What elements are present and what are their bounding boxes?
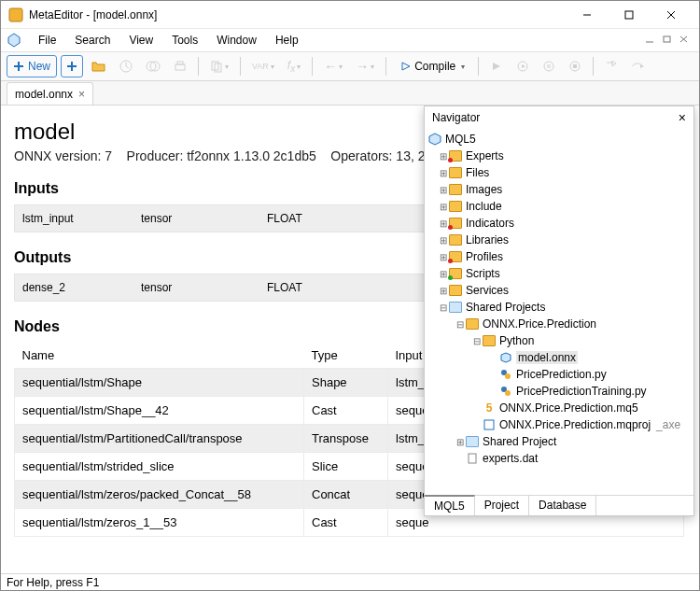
separator bbox=[478, 57, 479, 76]
svg-marker-24 bbox=[522, 64, 525, 68]
print-button[interactable] bbox=[169, 55, 191, 77]
col-type: Type bbox=[304, 343, 388, 369]
svg-rect-2 bbox=[625, 11, 633, 19]
back-button[interactable]: ←▾ bbox=[319, 55, 347, 77]
tab-model-onnx[interactable]: model.onnx × bbox=[7, 82, 93, 105]
collapse-icon[interactable]: ⊟ bbox=[471, 336, 483, 346]
svg-point-43 bbox=[505, 373, 511, 379]
debug-run-button[interactable] bbox=[511, 55, 534, 77]
navigator-title: Navigator bbox=[432, 111, 480, 124]
folder-icon bbox=[449, 251, 462, 262]
tree-item[interactable]: Services bbox=[466, 284, 509, 297]
maximize-button[interactable] bbox=[608, 2, 650, 28]
folder-icon bbox=[449, 268, 462, 279]
tree-file[interactable]: PricePrediction.py bbox=[516, 368, 607, 381]
mq5-file-icon: 5 bbox=[483, 401, 496, 415]
menu-tools[interactable]: Tools bbox=[162, 32, 207, 49]
folder-icon bbox=[466, 318, 479, 330]
tree-file[interactable]: PricePredictionTraining.py bbox=[516, 385, 647, 398]
compile-label: Compile bbox=[414, 60, 455, 73]
navigator-close-icon[interactable]: × bbox=[679, 110, 686, 125]
navigator-tree[interactable]: MQL5 ⊞Experts ⊞Files ⊞Images ⊞Include ⊞I… bbox=[425, 129, 693, 495]
tab-close-icon[interactable]: × bbox=[78, 88, 85, 101]
tree-item[interactable]: Profiles bbox=[466, 250, 503, 263]
separator bbox=[240, 57, 241, 76]
tree-item[interactable]: Experts bbox=[466, 149, 504, 162]
folder-icon bbox=[449, 184, 462, 195]
debug-start-button[interactable] bbox=[485, 55, 508, 77]
expand-icon[interactable]: ⊞ bbox=[438, 235, 449, 246]
open-button[interactable] bbox=[87, 55, 111, 77]
expand-icon[interactable]: ⊞ bbox=[438, 185, 449, 195]
folder-icon bbox=[449, 150, 462, 162]
app-menu-icon[interactable] bbox=[5, 33, 23, 48]
navigator-tabs: MQL5 Project Database bbox=[425, 495, 693, 515]
vars-button[interactable]: VAR▾ bbox=[247, 55, 279, 77]
menu-file[interactable]: File bbox=[29, 32, 65, 49]
tree-file[interactable]: model.onnx bbox=[516, 351, 578, 364]
svg-marker-22 bbox=[493, 63, 500, 70]
mdi-close-icon[interactable] bbox=[679, 34, 690, 47]
onnx-version: ONNX version: 7 bbox=[14, 148, 112, 163]
collapse-icon[interactable]: ⊟ bbox=[455, 319, 466, 330]
tree-item[interactable]: Shared Projects bbox=[466, 301, 545, 314]
tree-item[interactable]: Shared Project bbox=[483, 435, 556, 448]
tree-item[interactable]: Indicators bbox=[466, 217, 514, 230]
app-icon bbox=[8, 7, 23, 22]
menu-window[interactable]: Window bbox=[207, 32, 266, 49]
collapse-icon[interactable]: ⊟ bbox=[438, 303, 449, 313]
editor-area: model ONNX version: 7 Producer: tf2onnx … bbox=[1, 106, 699, 573]
expand-icon[interactable]: ⊞ bbox=[438, 168, 449, 178]
tree-item[interactable]: Include bbox=[466, 200, 502, 213]
tree-item[interactable]: Python bbox=[499, 334, 534, 347]
tree-file[interactable]: ONNX.Price.Prediction.mqproj bbox=[499, 418, 651, 431]
tree-file[interactable]: ONNX.Price.Prediction.mq5 bbox=[499, 401, 638, 415]
compile-button[interactable]: Compile ▾ bbox=[393, 55, 471, 77]
save-button[interactable] bbox=[115, 55, 137, 77]
mdi-restore-icon[interactable] bbox=[662, 34, 673, 47]
mql5-icon bbox=[428, 133, 441, 146]
menu-help[interactable]: Help bbox=[266, 32, 308, 49]
col-name: Name bbox=[15, 343, 304, 369]
forward-button[interactable]: →▾ bbox=[351, 55, 379, 77]
svg-rect-18 bbox=[177, 62, 183, 64]
menu-view[interactable]: View bbox=[119, 32, 162, 49]
tree-item[interactable]: ONNX.Price.Prediction bbox=[483, 317, 596, 331]
new-file-button[interactable] bbox=[61, 55, 83, 77]
nav-tab-database[interactable]: Database bbox=[529, 496, 596, 515]
tree-item[interactable]: Images bbox=[466, 183, 502, 196]
tree-root[interactable]: MQL5 bbox=[445, 133, 476, 146]
new-button[interactable]: New bbox=[7, 55, 57, 77]
expand-icon[interactable]: ⊞ bbox=[438, 202, 449, 212]
svg-marker-40 bbox=[429, 134, 441, 145]
tree-item[interactable]: Libraries bbox=[466, 233, 509, 246]
folder-icon bbox=[483, 335, 496, 346]
menu-search[interactable]: Search bbox=[65, 32, 119, 49]
fx-button[interactable]: fx▾ bbox=[283, 55, 305, 77]
save-all-button[interactable] bbox=[141, 55, 165, 77]
tree-item[interactable]: Files bbox=[466, 166, 489, 179]
tab-label: model.onnx bbox=[15, 88, 73, 101]
debug-pause-button[interactable] bbox=[538, 55, 560, 77]
step-in-button[interactable] bbox=[600, 55, 623, 77]
minimize-button[interactable] bbox=[566, 2, 608, 28]
folder-icon bbox=[449, 285, 462, 296]
close-button[interactable] bbox=[650, 2, 692, 28]
step-over-button[interactable] bbox=[626, 55, 649, 77]
separator bbox=[198, 57, 199, 76]
expand-icon[interactable]: ⊞ bbox=[455, 437, 466, 447]
input-kind: tensor bbox=[141, 212, 267, 225]
nav-tab-project[interactable]: Project bbox=[475, 496, 529, 515]
mdi-minimize-icon[interactable] bbox=[645, 34, 656, 47]
nav-tab-mql5[interactable]: MQL5 bbox=[425, 495, 475, 515]
expand-icon[interactable]: ⊞ bbox=[438, 286, 449, 296]
tree-item[interactable]: Scripts bbox=[466, 267, 500, 280]
folder-icon bbox=[449, 218, 462, 229]
separator bbox=[312, 57, 313, 76]
debug-stop-button[interactable] bbox=[564, 55, 586, 77]
tree-file[interactable]: experts.dat bbox=[483, 452, 538, 465]
svg-rect-29 bbox=[573, 64, 577, 68]
copy-button[interactable]: ▾ bbox=[205, 55, 233, 77]
svg-rect-17 bbox=[175, 64, 185, 70]
toolbar: New ▾ VAR▾ fx▾ ←▾ →▾ Compile ▾ bbox=[1, 51, 699, 81]
